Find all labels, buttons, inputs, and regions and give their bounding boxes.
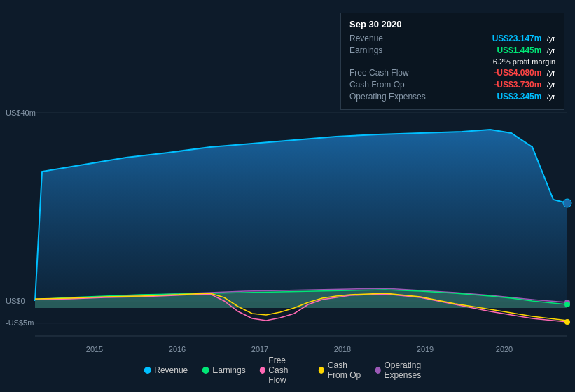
tooltip-profit-margin: 6.2% profit margin	[493, 57, 555, 66]
x-label-2018: 2018	[334, 345, 351, 354]
tooltip-label-revenue: Revenue	[349, 34, 427, 43]
chart-container: US$40m US$0 -US$5m 2015 2016 2017 2018 2…	[0, 0, 575, 392]
legend-label-opex: Operating Expenses	[384, 360, 431, 380]
svg-point-4	[563, 199, 571, 207]
tooltip-row-opex: Operating Expenses US$3.345m /yr	[349, 92, 555, 102]
legend-dot-revenue	[144, 367, 151, 374]
x-label-2016: 2016	[169, 345, 186, 354]
tooltip-value-fcf: -US$4.080m	[494, 68, 541, 78]
tooltip-label-cfo: Cash From Op	[349, 80, 427, 90]
legend-label-earnings: Earnings	[212, 365, 245, 375]
legend-dot-earnings	[202, 367, 209, 374]
chart-legend: Revenue Earnings Free Cash Flow Cash Fro…	[144, 356, 431, 385]
tooltip-date: Sep 30 2020	[349, 19, 555, 29]
x-label-2019: 2019	[417, 345, 434, 354]
tooltip-value-earnings: US$1.445m	[497, 46, 541, 55]
legend-dot-fcf	[260, 367, 265, 374]
tooltip-label-opex: Operating Expenses	[349, 92, 427, 102]
x-label-2015: 2015	[86, 345, 103, 354]
legend-dot-opex	[375, 367, 381, 374]
tooltip-value-revenue: US$23.147m	[492, 34, 542, 43]
tooltip-value-opex: US$3.345m	[497, 92, 541, 102]
tooltip-value-cfo: -US$3.730m	[494, 80, 541, 90]
tooltip-row-cfo: Cash From Op -US$3.730m /yr	[349, 80, 555, 90]
tooltip-row-margin: 6.2% profit margin	[349, 57, 555, 66]
legend-label-revenue: Revenue	[154, 365, 188, 375]
legend-dot-cfo	[319, 367, 324, 374]
tooltip-unit-opex: /yr	[547, 92, 555, 101]
svg-point-6	[564, 302, 570, 307]
legend-item-revenue[interactable]: Revenue	[144, 365, 188, 375]
svg-point-7	[564, 319, 570, 325]
tooltip-label-earnings: Earnings	[349, 46, 427, 55]
legend-item-fcf[interactable]: Free Cash Flow	[260, 356, 305, 385]
tooltip-row-revenue: Revenue US$23.147m /yr	[349, 34, 555, 43]
y-label-mid: US$0	[6, 297, 25, 305]
tooltip-row-earnings: Earnings US$1.445m /yr	[349, 46, 555, 55]
tooltip-unit-earnings: /yr	[547, 46, 555, 55]
tooltip-unit-cfo: /yr	[547, 80, 555, 89]
legend-label-fcf: Free Cash Flow	[268, 356, 305, 385]
tooltip-label-fcf: Free Cash Flow	[349, 68, 427, 78]
tooltip-row-fcf: Free Cash Flow -US$4.080m /yr	[349, 68, 555, 78]
y-label-bot: -US$5m	[6, 318, 34, 327]
legend-item-cfo[interactable]: Cash From Op	[319, 360, 361, 380]
x-label-2017: 2017	[251, 345, 268, 354]
legend-label-cfo: Cash From Op	[328, 360, 361, 380]
legend-item-earnings[interactable]: Earnings	[202, 365, 245, 375]
tooltip-unit-fcf: /yr	[547, 69, 555, 77]
tooltip-box: Sep 30 2020 Revenue US$23.147m /yr Earni…	[340, 13, 564, 110]
tooltip-unit-revenue: /yr	[547, 34, 555, 43]
y-label-top: US$40m	[6, 108, 36, 117]
x-label-2020: 2020	[496, 345, 513, 354]
legend-item-opex[interactable]: Operating Expenses	[375, 360, 431, 380]
